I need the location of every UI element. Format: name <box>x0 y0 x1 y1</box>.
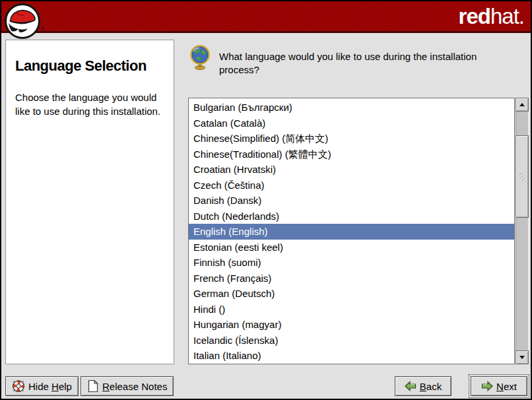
language-list-item[interactable]: Czech (Čeština) <box>189 178 514 193</box>
release-notes-button[interactable]: Release Notes <box>81 376 174 396</box>
language-list-item[interactable]: Icelandic (Íslenska) <box>189 333 514 349</box>
document-icon <box>87 380 99 393</box>
hide-help-button[interactable]: Hide Help <box>5 376 79 396</box>
language-list-item[interactable]: Chinese(Traditional) (繁體中文) <box>189 147 514 162</box>
back-button[interactable]: Back <box>395 376 451 396</box>
registered-trademark: ® <box>41 26 44 31</box>
language-list-item[interactable]: Estonian (eesti keel) <box>189 240 514 255</box>
scrollbar <box>515 98 529 364</box>
scrollbar-down-button[interactable] <box>515 350 529 364</box>
globe-icon <box>189 45 211 70</box>
language-list-item[interactable]: Dutch (Nederlands) <box>189 209 514 224</box>
scrollbar-thumb[interactable] <box>515 135 529 218</box>
language-list-item[interactable]: German (Deutsch) <box>189 286 514 302</box>
help-text: Choose the language you would like to us… <box>15 90 164 118</box>
next-button[interactable]: Next <box>471 376 527 396</box>
wordmark-bold: red <box>459 4 490 28</box>
page-title: Language Selection <box>15 57 164 75</box>
life-preserver-icon <box>12 380 25 393</box>
language-list-item[interactable]: Finnish (suomi) <box>189 255 514 271</box>
hide-help-label: Hide Help <box>28 381 72 392</box>
scrollbar-down-icon <box>519 356 525 359</box>
language-list-item[interactable]: Croatian (Hrvatski) <box>189 162 514 178</box>
language-list-item[interactable]: French (Français) <box>189 271 514 286</box>
language-list-item[interactable]: Hungarian (magyar) <box>189 317 514 333</box>
release-notes-label: Release Notes <box>102 381 167 392</box>
language-list-item[interactable]: Italian (Italiano) <box>189 348 514 364</box>
language-list-item[interactable]: English (English) <box>189 224 514 240</box>
wordmark-rest: hat. <box>490 4 524 28</box>
redhat-wordmark: redhat. <box>459 1 524 33</box>
question-row: What language would you like to use duri… <box>189 45 490 77</box>
question-text: What language would you like to use duri… <box>219 50 490 77</box>
language-list-item[interactable]: Danish (Dansk) <box>189 193 514 209</box>
language-list-item[interactable]: Catalan (Català) <box>189 116 514 131</box>
installer-window: redhat. ® Language Selection Choose the … <box>0 0 532 400</box>
shadowman-logo-icon <box>4 3 41 40</box>
language-list-item[interactable]: Hindi () <box>189 302 514 317</box>
scrollbar-up-button[interactable] <box>515 98 529 112</box>
header-bar: redhat. <box>1 1 531 33</box>
scrollbar-track[interactable] <box>515 112 529 350</box>
next-arrow-icon <box>481 381 493 391</box>
scrollbar-up-icon <box>519 103 525 106</box>
next-label: Next <box>496 381 517 392</box>
help-panel: Language Selection Choose the language y… <box>5 40 174 364</box>
language-list[interactable]: Bulgarian (Български)Catalan (Català)Chi… <box>188 98 515 364</box>
back-arrow-icon <box>405 381 416 391</box>
language-listbox: Bulgarian (Български)Catalan (Català)Chi… <box>188 98 529 364</box>
back-label: Back <box>420 381 442 392</box>
language-list-item[interactable]: Chinese(Simplified) (简体中文) <box>189 131 514 147</box>
scrollbar-grip-icon <box>518 172 526 182</box>
language-list-item[interactable]: Bulgarian (Български) <box>189 100 514 116</box>
